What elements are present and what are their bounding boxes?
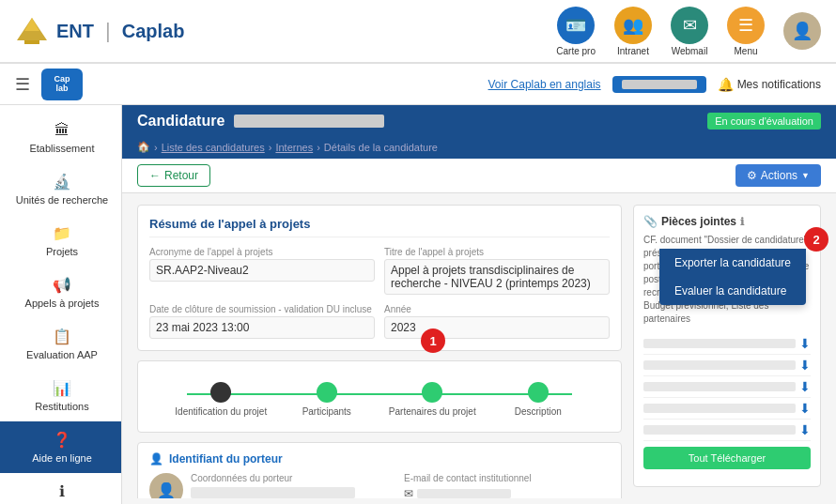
step-partenaires[interactable]: Partenaires du projet [379,382,486,417]
download-icon-3[interactable]: ⬇ [799,379,811,394]
sidebar-item-appels[interactable]: 📢 Appels à projets [0,267,121,318]
piece-name-5 [643,425,796,435]
acronyme-label: Acronyme de l'appel à projets [149,247,375,257]
projets-icon: 📁 [53,224,71,242]
piece-name-3 [643,382,796,391]
ent-logo-icon [15,14,49,48]
right-panel: 📎 Pièces jointes ℹ CF. document "Dossier… [633,205,821,487]
breadcrumb-candidatures[interactable]: Liste des candidatures [162,142,265,153]
date-label: Date de clôture de soumission - validati… [149,304,375,314]
aide-label: Aide en ligne [32,452,92,464]
piece-item-3: ⬇ [643,376,811,398]
porteur-email: E-mail de contact institutionnel ✉ [404,473,610,498]
nav-webmail[interactable]: ✉ Webmail [671,7,708,56]
top-nav: ENT | Caplab 🪪 Carte pro 👥 Intranet ✉ We… [0,0,836,64]
download-icon-4[interactable]: ⬇ [799,401,811,416]
annee-label: Année [384,304,610,314]
gear-icon: ⚙ [747,169,757,182]
retour-arrow-icon: ← [149,169,161,182]
status-badge: En cours d'évaluation [707,113,821,130]
info-icon: ℹ [740,216,744,228]
carte-pro-label: Carte pro [556,46,596,56]
sidebar-item-aide[interactable]: ❓ Aide en ligne [0,421,121,473]
download-icon-2[interactable]: ⬇ [799,358,811,373]
hamburger-icon[interactable]: ☰ [15,74,30,95]
actions-dropdown-button[interactable]: ⚙ Actions [735,164,821,187]
step-label-partenaires: Partenaires du projet [389,406,476,417]
step-circle-identification [210,382,231,403]
logo-area: ENT | Caplab [15,14,184,48]
nav-carte-pro[interactable]: 🪪 Carte pro [556,7,596,56]
nav-user[interactable]: 👤 [783,12,821,50]
annee-value: 2023 [384,316,610,339]
appels-label: Appels à projets [25,298,100,309]
piece-item-4: ⬇ [643,398,811,420]
sidebar-item-unites[interactable]: 🔬 Unités de recherche [0,163,121,215]
pieces-section: 📎 Pièces jointes ℹ CF. document "Dossier… [633,205,821,487]
carte-pro-icon: 🪪 [557,7,595,44]
tout-telecharger-button[interactable]: Tout Télécharger [643,447,811,469]
etablissement-label: Etablissement [29,143,94,154]
piece-item-1: ⬇ [643,333,811,355]
date-field: Date de clôture de soumission - validati… [149,304,375,339]
progress-section: Identification du projet Participants Pa… [137,360,622,433]
candidature-title: Candidature [137,113,224,130]
step-circle-partenaires [422,382,442,403]
porteur-title: 👤 Identifiant du porteur [149,452,610,466]
email-label: E-mail de contact institutionnel [404,473,610,483]
nav-menu[interactable]: ☰ Menu [727,7,765,56]
annee-field: Année 2023 [384,304,610,339]
lang-link[interactable]: Voir Caplab en anglais [488,78,601,91]
titre-field: Titre de l'appel à projets Appel à proje… [384,247,610,295]
titre-label: Titre de l'appel à projets [384,247,610,257]
sidebar-item-evaluation[interactable]: 📋 Evaluation AAP [0,318,121,370]
appels-icon: 📢 [53,276,71,294]
step-participants[interactable]: Participants [274,382,380,417]
sidebar-item-restitutions[interactable]: 📊 Restitutions [0,370,121,421]
porteur-avatar: 👤 [149,473,183,498]
sidebar-item-apropos[interactable]: ℹ A propos de Caplab [0,473,121,504]
titre-value: Appel à projets transdisciplinaires de r… [384,259,610,295]
apropos-icon: ℹ [59,482,65,500]
restitutions-icon: 📊 [53,379,71,397]
ent-label: ENT [56,21,94,42]
exporter-candidature-item[interactable]: Exporter la candidature [659,249,806,277]
nav-intranet[interactable]: 👥 Intranet [614,7,652,56]
piece-name-1 [643,339,796,348]
unites-icon: 🔬 [53,173,71,191]
content-area: Candidature En cours d'évaluation 🏠 › Li… [122,105,836,504]
caplab-label: Caplab [122,21,185,42]
sidebar-bottom: ❓ Aide en ligne ℹ A propos de Caplab [0,421,121,504]
svg-marker-1 [24,18,39,31]
caplab-mini-logo: Caplab [41,69,83,100]
breadcrumb-details: Détails de la candidature [324,142,438,153]
step-identification[interactable]: Identification du projet [168,382,274,417]
notifications-button[interactable]: 🔔 Mes notifications [718,77,821,92]
breadcrumb-internes[interactable]: Internes [275,142,313,153]
download-icon-1[interactable]: ⬇ [799,336,811,351]
step-description[interactable]: Description [486,382,592,417]
etablissement-icon: 🏛 [54,122,70,139]
user-name [622,80,697,89]
step-circle-participants [317,382,337,403]
download-icon-5[interactable]: ⬇ [799,422,811,437]
user-section[interactable] [612,76,706,93]
main-panel: Résumé de l'appel à projets Acronyme de … [137,205,622,487]
evaluation-label: Evaluation AAP [26,349,98,360]
home-icon: 🏠 [137,141,150,153]
candidature-header: Candidature En cours d'évaluation [122,105,836,137]
webmail-label: Webmail [672,46,708,56]
main-layout: 🏛 Etablissement 🔬 Unités de recherche 📁 … [0,105,836,504]
sidebar-item-projets[interactable]: 📁 Projets [0,215,121,267]
sidebar-item-etablissement[interactable]: 🏛 Etablissement [0,113,121,163]
evaluer-candidature-item[interactable]: Evaluer la candidature [659,277,806,305]
piece-item-5: ⬇ [643,420,811,441]
porteur-title-label: Identifiant du porteur [169,452,283,466]
svg-rect-2 [24,40,39,44]
user-avatar-icon: 👤 [783,12,821,50]
pieces-title-label: Pièces jointes [661,215,736,228]
email-value-blurred [417,489,511,498]
retour-button[interactable]: ← Retour [137,164,210,187]
bell-icon: 🔔 [718,77,734,92]
sidebar: 🏛 Etablissement 🔬 Unités de recherche 📁 … [0,105,122,504]
